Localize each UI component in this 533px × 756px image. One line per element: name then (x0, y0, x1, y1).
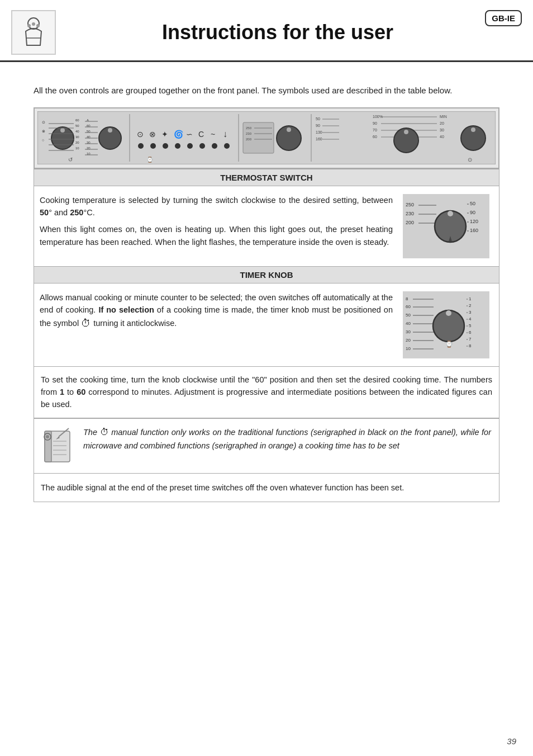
page-number: 39 (507, 736, 516, 746)
svg-text:20: 20 (75, 141, 79, 144)
svg-text:1: 1 (469, 296, 472, 301)
svg-point-4 (36, 24, 40, 27)
thermostat-section: THERMOSTAT SWITCH Cooking temperature is… (34, 169, 499, 267)
svg-point-52 (187, 143, 193, 149)
svg-text:8: 8 (469, 343, 472, 348)
svg-text:6: 6 (469, 330, 472, 335)
svg-text:⊙: ⊙ (42, 120, 45, 124)
page-header: Instructions for the user GB-IE (0, 0, 533, 62)
svg-text:∽: ∽ (186, 130, 193, 139)
svg-text:⊙: ⊙ (137, 130, 144, 139)
svg-text:🌀: 🌀 (174, 130, 184, 139)
region-badge: GB-IE (485, 10, 522, 26)
thermostat-para1: Cooking temperature is selected by turni… (40, 194, 393, 219)
svg-text:30: 30 (75, 135, 79, 139)
svg-text:70: 70 (373, 128, 377, 132)
svg-text:60: 60 (406, 304, 411, 309)
svg-text:⊗: ⊗ (149, 130, 156, 139)
svg-text:○: ○ (42, 138, 44, 142)
main-content: All the oven controls are grouped togeth… (0, 62, 533, 525)
timer-text: Allows manual cooking or minute counter … (40, 291, 393, 358)
svg-point-55 (224, 143, 230, 149)
svg-text:250: 250 (406, 202, 414, 207)
svg-point-7 (60, 128, 65, 133)
svg-text:200: 200 (246, 138, 252, 141)
svg-point-155 (46, 435, 49, 438)
svg-point-65 (287, 127, 291, 132)
oven-panel-diagram: ⊙ ⊗ ○ 60 50 40 30 20 10 A 60 50 40 30 (34, 107, 499, 169)
svg-text:200: 200 (406, 220, 414, 225)
sections-container: THERMOSTAT SWITCH Cooking temperature is… (34, 169, 499, 367)
timer-body: Allows manual cooking or minute counter … (34, 284, 499, 366)
svg-text:3: 3 (469, 310, 472, 315)
svg-point-102 (448, 211, 453, 216)
svg-text:230: 230 (406, 211, 414, 216)
svg-text:250: 250 (246, 126, 252, 130)
svg-text:8: 8 (406, 296, 408, 301)
svg-text:40: 40 (75, 130, 79, 133)
svg-text:60: 60 (373, 135, 377, 139)
svg-point-3 (32, 22, 35, 26)
svg-text:20: 20 (440, 121, 444, 125)
thermostat-dial-svg: 250 230 200 50 90 (403, 194, 489, 258)
svg-text:⊗: ⊗ (42, 129, 45, 133)
thermostat-diagram: 250 230 200 50 90 (398, 194, 493, 258)
panel-svg: ⊙ ⊗ ○ 60 50 40 30 20 10 A 60 50 40 30 (37, 111, 496, 164)
svg-text:20: 20 (406, 338, 411, 343)
svg-text:10: 10 (406, 346, 411, 351)
timer-section: TIMER KNOB Allows manual cooking or minu… (34, 267, 499, 366)
svg-text:230: 230 (246, 132, 252, 135)
svg-text:50: 50 (316, 117, 320, 121)
svg-text:160: 160 (316, 137, 322, 141)
note-icon-image (42, 426, 75, 466)
note-text-content: The ⏱ manual function only works on the … (83, 426, 491, 452)
svg-point-53 (199, 143, 205, 149)
svg-text:90: 90 (316, 124, 320, 127)
note-box: The ⏱ manual function only works on the … (34, 418, 499, 474)
svg-text:↓: ↓ (223, 129, 227, 139)
svg-text:4: 4 (469, 316, 472, 322)
timer-para1: Allows manual cooking or minute counter … (40, 291, 393, 332)
svg-text:160: 160 (470, 228, 478, 233)
svg-text:⊙: ⊙ (468, 157, 472, 163)
svg-text:120: 120 (470, 219, 478, 224)
svg-text:130: 130 (316, 130, 322, 134)
svg-text:↺: ↺ (68, 157, 73, 163)
svg-text:⌚: ⌚ (445, 340, 453, 348)
svg-point-50 (163, 143, 168, 149)
svg-text:60: 60 (75, 119, 79, 122)
svg-text:50: 50 (75, 124, 79, 127)
svg-text:✦: ✦ (161, 130, 168, 139)
svg-text:7: 7 (469, 337, 472, 342)
svg-text:10: 10 (75, 147, 79, 150)
svg-point-90 (471, 127, 475, 132)
note-illustration (42, 426, 75, 465)
brand-logo (11, 10, 56, 55)
thermostat-para2: When this light comes on, the oven is he… (40, 223, 393, 248)
timer-symbol-note: ⏱ (100, 426, 109, 440)
svg-text:5: 5 (469, 323, 472, 328)
svg-text:50: 50 (470, 201, 475, 206)
timer-heading: TIMER KNOB (34, 267, 499, 284)
closing-section: The audible signal at the end of the pre… (34, 474, 499, 502)
thermostat-body: Cooking temperature is selected by turni… (34, 186, 499, 266)
svg-text:90: 90 (470, 210, 475, 215)
svg-text:50: 50 (406, 313, 411, 318)
svg-point-128 (446, 310, 451, 316)
svg-text:⌚: ⌚ (146, 156, 154, 163)
thermostat-heading: THERMOSTAT SWITCH (34, 169, 499, 186)
svg-point-49 (150, 143, 156, 149)
svg-text:2: 2 (469, 303, 472, 308)
page-title: Instructions for the user (73, 21, 516, 44)
logo-icon (16, 15, 52, 51)
svg-text:100%: 100% (373, 115, 383, 119)
svg-text:90: 90 (373, 121, 377, 125)
svg-text:30: 30 (406, 329, 411, 334)
svg-point-48 (138, 143, 144, 149)
intro-paragraph: All the oven controls are grouped togeth… (34, 84, 499, 97)
timer-symbol-inline: ⏱ (81, 318, 91, 329)
svg-text:40: 40 (406, 321, 411, 326)
svg-point-88 (404, 130, 408, 134)
svg-text:C: C (198, 130, 204, 139)
closing-paragraph: The audible signal at the end of the pre… (41, 481, 492, 494)
